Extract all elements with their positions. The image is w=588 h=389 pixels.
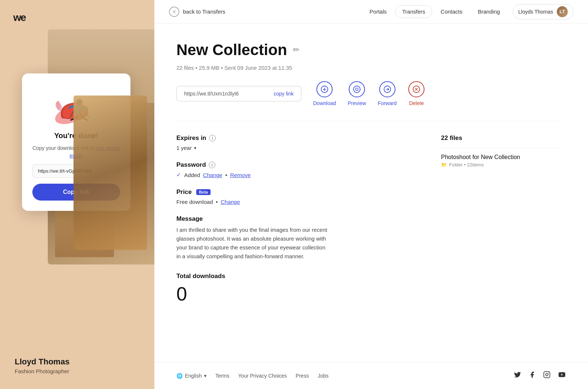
message-text: I am thrilled to share with you the fina… (176, 226, 331, 261)
password-info-icon[interactable]: i (209, 162, 215, 168)
downloads-label: Total downloads (176, 273, 412, 280)
language-selector[interactable]: 🌐 English ▾ (176, 373, 207, 379)
nav-transfers[interactable]: Transfers (395, 5, 432, 18)
avatar: LT (557, 6, 568, 17)
price-row: Free download • Change (176, 199, 412, 205)
link-box: https://we.tl/Uxm1n3lyI6 copy link (176, 86, 301, 101)
divider (176, 121, 559, 121)
copy-link-button[interactable]: copy link (274, 91, 294, 97)
action-buttons: Download Preview (313, 81, 424, 106)
facebook-icon[interactable] (528, 371, 536, 380)
main-content: New Collection ✏ 22 files • 25.9 MB • Se… (154, 24, 588, 362)
password-remove-link[interactable]: Remove (230, 172, 251, 178)
nav-links: Portals Transfers Contacts Branding (363, 5, 507, 18)
folder-item: Photoshoot for New Collection 📁 Folder •… (441, 148, 559, 168)
chevron-down-icon[interactable]: ▾ (194, 145, 196, 151)
password-row: ✓ Added Change • Remove (176, 172, 412, 178)
user-info: Lloyd Thomas Fashion Photographer (15, 357, 140, 374)
nav-branding[interactable]: Branding (471, 5, 507, 18)
folder-icon: 📁 (441, 162, 447, 168)
edit-icon[interactable]: ✏ (293, 45, 300, 55)
nav-portals[interactable]: Portals (363, 5, 394, 18)
check-icon: ✓ (176, 172, 181, 178)
close-icon: ✕ (169, 7, 179, 17)
user-badge[interactable]: Lloyds Thomas LT (513, 4, 573, 19)
footer-privacy[interactable]: Your Privacy Choices (238, 373, 287, 379)
nav-contacts[interactable]: Contacts (434, 5, 469, 18)
we-logo: we (13, 12, 25, 24)
forward-button[interactable]: Forward (378, 81, 397, 106)
back-button[interactable]: ✕ back to Transfers (169, 7, 225, 17)
transfer-link: https://we.tl/Uxm1n3lyI6 (184, 91, 265, 97)
language-label: English (185, 373, 202, 379)
downloads-section: Total downloads 0 (176, 273, 412, 305)
footer-press[interactable]: Press (296, 373, 309, 379)
user-name: Lloyd Thomas (15, 357, 140, 367)
preview-button[interactable]: Preview (348, 81, 366, 106)
svg-point-8 (356, 88, 358, 91)
expires-value: 1 year ▾ (176, 145, 412, 151)
folder-name: Photoshoot for New Collection (441, 154, 559, 161)
download-label: Download (313, 100, 336, 106)
lang-chevron-icon: ▾ (204, 373, 207, 379)
delete-label: Delete (409, 100, 424, 106)
svg-rect-11 (544, 372, 550, 378)
social-links (514, 371, 566, 380)
link-copy-row: https://we.tl/Uxm1n3lyI6 copy link Downl… (176, 81, 559, 106)
footer-terms[interactable]: Terms (215, 373, 229, 379)
footer-left: 🌐 English ▾ Terms Your Privacy Choices P… (176, 373, 502, 379)
expires-info-icon[interactable]: i (209, 135, 216, 141)
download-button[interactable]: Download (313, 81, 336, 106)
meta-info: 22 files • 25.9 MB • Sent 09 June 2023 a… (176, 65, 559, 71)
youtube-icon[interactable] (558, 371, 566, 380)
globe-icon: 🌐 (176, 373, 183, 379)
left-col: Expires in i 1 year ▾ Password i ✓ Added… (176, 134, 412, 317)
footer: 🌐 English ▾ Terms Your Privacy Choices P… (154, 362, 588, 389)
right-col: 22 files Photoshoot for New Collection 📁… (441, 134, 559, 317)
delete-button[interactable]: Delete (408, 81, 424, 106)
beta-badge: Beta (196, 189, 211, 195)
preview-icon (349, 81, 365, 97)
title-row: New Collection ✏ (176, 41, 559, 59)
user-title: Fashion Photographer (15, 368, 140, 374)
message-section: Message I am thrilled to share with you … (176, 215, 412, 261)
right-panel: ✕ back to Transfers Portals Transfers Co… (154, 0, 588, 389)
files-count: 22 files (441, 134, 559, 142)
expires-label: Expires in i (176, 134, 412, 142)
svg-point-7 (354, 86, 360, 93)
forward-icon (379, 81, 395, 97)
twitter-icon[interactable] (514, 371, 521, 380)
top-nav: ✕ back to Transfers Portals Transfers Co… (154, 0, 588, 24)
folder-meta: 📁 Folder • 22items (441, 162, 559, 168)
price-change-link[interactable]: Change (221, 199, 240, 205)
password-added: Added (184, 172, 200, 178)
message-label: Message (176, 215, 412, 223)
password-change-link[interactable]: Change (203, 172, 222, 178)
page-title: New Collection (176, 41, 287, 59)
instagram-icon[interactable] (543, 371, 551, 380)
back-label: back to Transfers (183, 8, 225, 15)
download-icon (316, 81, 333, 97)
left-panel: we (0, 0, 154, 389)
user-badge-name: Lloyds Thomas (518, 9, 553, 15)
preview-label: Preview (348, 100, 366, 106)
two-col-layout: Expires in i 1 year ▾ Password i ✓ Added… (176, 134, 559, 317)
forward-label: Forward (378, 100, 397, 106)
price-label: Price Beta (176, 188, 412, 196)
password-label: Password i (176, 161, 412, 169)
downloads-count: 0 (176, 283, 412, 305)
delete-icon (408, 81, 424, 97)
footer-jobs[interactable]: Jobs (318, 373, 329, 379)
